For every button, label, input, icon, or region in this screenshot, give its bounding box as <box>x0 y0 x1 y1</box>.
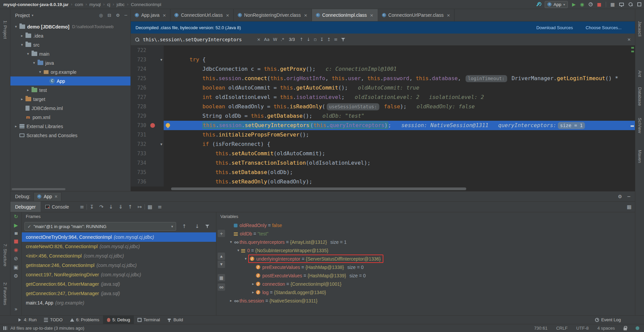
chevron-right-icon[interactable]: ▸ <box>19 97 25 101</box>
view-breakpoints-icon[interactable]: ◉ <box>14 247 18 253</box>
select-all-occurrences-icon[interactable]: ▫ <box>314 37 317 42</box>
clear-search-icon[interactable]: × <box>257 37 261 42</box>
mute-breakpoints-icon[interactable]: ⊘ <box>14 256 18 261</box>
gutter-icons[interactable] <box>149 111 164 121</box>
build-wrench-icon[interactable] <box>536 2 540 6</box>
file-encoding[interactable]: UTF-8 <box>576 326 589 331</box>
variable-row-oldDb[interactable]: oldDb="test" <box>226 229 635 238</box>
toolwindow-button-terminal[interactable]: Terminal <box>134 316 164 324</box>
locate-file-icon[interactable]: ◎ <box>99 13 103 18</box>
match-case-toggle[interactable]: Aa <box>264 37 270 42</box>
prev-match-icon[interactable]: ↑ <box>300 37 303 42</box>
line-number[interactable]: 736 <box>131 177 149 186</box>
profiler-icon[interactable] <box>589 2 593 6</box>
code-text[interactable]: this.setReadOnly(oldReadOnly); <box>164 177 635 186</box>
code-text[interactable]: boolean oldReadOnly = this.isReadOnly(us… <box>164 102 635 111</box>
code-text[interactable]: String oldDb = this.getDatabase();oldDb:… <box>164 111 635 121</box>
chevron-down-icon[interactable]: ▾ <box>13 24 19 29</box>
memory-indicator[interactable] <box>636 326 639 330</box>
inspection-mark-green[interactable] <box>631 47 634 49</box>
chevron-down-icon[interactable]: ▾ <box>25 52 31 56</box>
chevron-right-icon[interactable]: ▸ <box>25 88 31 92</box>
variable-row-underlyingInterceptor[interactable]: ▾underlyingInterceptor={ServerStatusDiff… <box>226 255 635 263</box>
tree-item--idea[interactable]: ▸.idea <box>10 31 130 40</box>
breadcrumb-item[interactable]: mysql <box>90 2 101 7</box>
stack-frame[interactable]: getConnection:664, DriverManager(java.sq… <box>22 279 216 289</box>
caret-position[interactable]: 730:61 <box>534 326 547 331</box>
event-log-button[interactable]: Event Log <box>591 316 625 324</box>
move-down-icon[interactable]: ▼ <box>218 261 225 268</box>
step-into-icon[interactable]: ↓ <box>109 204 113 210</box>
stop-button[interactable]: ■ <box>597 2 601 7</box>
tree-item-target[interactable]: ▸target <box>10 95 130 104</box>
variable-row-postExecuteValues[interactable]: postExecuteValues={HashMap@1339}size = 0 <box>226 271 635 280</box>
editor-horizontal-scrollbar[interactable] <box>131 186 635 191</box>
gutter-icons[interactable] <box>149 64 164 74</box>
show-execution-point-icon[interactable]: ↧ <box>90 204 94 210</box>
line-number[interactable]: 727 <box>131 93 149 102</box>
editor-tab-connectionimpl-class[interactable]: ConnectionImpl.class× <box>312 9 378 21</box>
download-sources-link[interactable]: Download Sources <box>536 25 573 30</box>
project-panel-header[interactable]: Project ▾ ◎ ⊟ ⚙ ─ <box>10 9 130 21</box>
hide-debug-icon[interactable]: ─ <box>628 194 630 199</box>
chevron-down-icon[interactable]: ▾ <box>19 43 25 47</box>
search-options-icon[interactable]: ≡ <box>334 37 338 42</box>
pin-down-icon[interactable]: ↧ <box>320 37 324 42</box>
sidebar-item-ant[interactable]: Ant <box>637 70 642 77</box>
window-icon[interactable] <box>637 2 641 6</box>
toolwindow-button-build[interactable]: Build <box>164 316 187 324</box>
thread-dump-icon[interactable]: ▣ <box>13 265 18 270</box>
gutter-icons[interactable] <box>149 102 164 111</box>
chevron-right-icon[interactable]: ▸ <box>251 290 256 294</box>
line-number[interactable]: 734 <box>131 158 149 168</box>
toolwindow-button-4-run[interactable]: 4: Run <box>14 316 40 324</box>
code-text[interactable]: JdbcConnection c = this.getProxy();c: Co… <box>164 64 635 74</box>
stack-frame[interactable]: createNewIO:826, ConnectionImpl(com.mysq… <box>22 242 216 251</box>
tree-item-pom-xml[interactable]: pom.xml <box>10 113 130 122</box>
fold-chevron-icon[interactable]: ▾ <box>160 140 162 149</box>
stack-frame[interactable]: main:14, App(org.example) <box>22 298 216 308</box>
gutter-icons[interactable] <box>149 121 164 130</box>
editor-tab-connectionurlparser-class[interactable]: ConnectionUrlParser.class× <box>378 9 455 21</box>
code-text[interactable]: this.setDatabase(oldDb); <box>164 168 635 177</box>
choose-sources-link[interactable]: Choose Sources... <box>586 25 622 30</box>
variable-row-oldReadOnly[interactable]: oldReadOnly=false <box>226 221 635 229</box>
gutter-icons[interactable]: ▾ <box>149 55 164 64</box>
debug-button[interactable]: ◉ <box>580 2 584 7</box>
line-separator[interactable]: CRLF <box>556 326 568 331</box>
rerun-icon[interactable]: ↻ <box>14 214 18 219</box>
pin-up-icon[interactable]: ↥ <box>327 37 331 42</box>
inspection-mark-green[interactable] <box>631 51 634 52</box>
line-number[interactable]: 733 <box>131 149 149 158</box>
variable-row-log[interactable]: ▸log={StandardLogger@1340} <box>226 288 635 296</box>
run-config-selector[interactable]: App ▾ <box>545 1 568 8</box>
chevron-right-icon[interactable]: ▸ <box>251 282 256 286</box>
close-tab-icon[interactable]: × <box>370 13 374 18</box>
tree-item-org-example[interactable]: ▾org.example <box>10 67 130 76</box>
code-text[interactable]: if (isForReconnect) { <box>164 140 635 149</box>
gutter-icons[interactable] <box>149 74 164 83</box>
gutter-icons[interactable] <box>149 130 164 140</box>
tree-item-src[interactable]: ▾src <box>10 40 130 49</box>
evaluate-expression-icon[interactable]: ▦ <box>148 204 152 210</box>
chevron-right-icon[interactable]: ▸ <box>19 34 25 38</box>
gutter-icons[interactable] <box>149 149 164 158</box>
indent-style[interactable]: 4 spaces <box>597 326 615 331</box>
debug-gear-icon[interactable]: ⚙ <box>14 274 18 279</box>
sidebar-item-sciview[interactable]: SciView <box>637 118 642 133</box>
chevron-right-icon[interactable]: ▸ <box>13 124 19 128</box>
breadcrumb-item[interactable]: jdbc <box>117 2 125 7</box>
stack-frame[interactable]: connectOneTryOnly:964, ConnectionImpl(co… <box>22 232 216 242</box>
gutter-icons[interactable] <box>149 83 164 93</box>
stack-frame[interactable]: getInstance:246, ConnectionImpl(com.mysq… <box>22 261 216 270</box>
run-to-cursor-icon[interactable]: ↦ <box>138 204 142 210</box>
readonly-lock-icon[interactable] <box>624 328 627 330</box>
words-toggle[interactable]: W <box>273 37 277 42</box>
stack-frame[interactable]: getConnection:247, DriverManager(java.sq… <box>22 289 216 298</box>
code-text[interactable]: int oldIsolationLevel = this.isolationLe… <box>164 93 635 102</box>
variable-row-this-session[interactable]: ▸oothis.session={NativeSession@1311} <box>226 296 635 305</box>
editor-tab-connectionurl-class[interactable]: ConnectionUrl.class× <box>170 9 233 21</box>
intention-bulb-icon[interactable] <box>166 123 170 127</box>
code-text[interactable]: try { <box>164 55 635 64</box>
gutter-icons[interactable] <box>149 168 164 177</box>
